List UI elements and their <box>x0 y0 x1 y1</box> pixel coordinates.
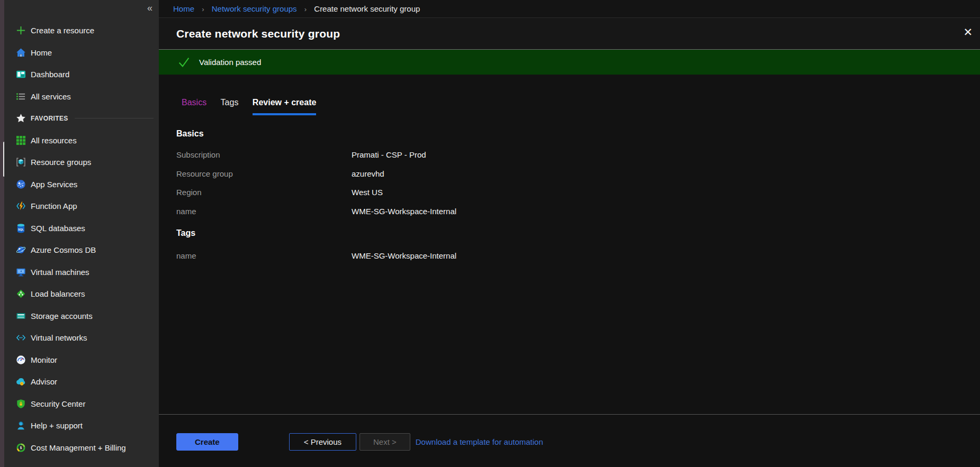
home-icon <box>15 47 26 58</box>
previous-button[interactable]: < Previous <box>289 433 356 451</box>
row-value: azurevhd <box>352 169 384 178</box>
validation-banner: Validation passed <box>159 49 980 75</box>
sidebar-item-dashboard[interactable]: Dashboard <box>4 63 159 86</box>
sidebar-item-label: Resource groups <box>31 158 91 167</box>
sidebar-item-label: Load balancers <box>31 289 85 298</box>
tab-bar: Basics Tags Review + create <box>159 98 980 115</box>
row-label: Subscription <box>176 150 352 159</box>
row-label: Region <box>176 188 352 197</box>
svg-text:SQL: SQL <box>18 228 24 231</box>
row-label: name <box>176 207 352 216</box>
cosmos-db-icon <box>15 245 26 255</box>
svg-text:$: $ <box>20 446 22 450</box>
close-icon[interactable]: ✕ <box>963 26 973 38</box>
storage-accounts-icon <box>15 310 26 321</box>
sidebar-item-label: Monitor <box>31 355 57 364</box>
chevron-right-icon: › <box>202 5 204 13</box>
dashboard-icon <box>15 69 26 80</box>
sidebar-item-virtual-machines[interactable]: Virtual machines <box>4 261 159 283</box>
virtual-machines-icon <box>15 267 26 277</box>
sidebar-item-label: Security Center <box>31 399 85 408</box>
sidebar-item-label: App Services <box>31 180 77 189</box>
breadcrumb-current: Create network security group <box>314 4 420 13</box>
sidebar-item-label: SQL databases <box>31 224 85 233</box>
sidebar-item-label: Storage accounts <box>31 312 93 321</box>
help-support-icon <box>15 420 26 431</box>
sidebar-item-label: All services <box>31 92 71 101</box>
tab-basics[interactable]: Basics <box>182 98 206 113</box>
row-label: Resource group <box>176 169 352 178</box>
sidebar-item-label: Cost Management + Billing <box>31 443 126 452</box>
collapse-chevron-icon: « <box>147 3 152 13</box>
chevron-right-icon: › <box>304 5 307 13</box>
sidebar-item-label: All resources <box>31 136 77 145</box>
resource-groups-icon <box>15 157 26 168</box>
validation-message: Validation passed <box>199 58 261 67</box>
row-value: West US <box>352 188 383 197</box>
sidebar-item-load-balancers[interactable]: Load balancers <box>4 283 159 305</box>
sidebar-item-help-support[interactable]: Help + support <box>4 415 159 437</box>
row-value: WME-SG-Workspace-Internal <box>352 251 456 260</box>
page-title: Create network security group <box>176 28 340 40</box>
all-services-icon <box>15 91 26 102</box>
sidebar-item-security-center[interactable]: Security Center <box>4 393 159 415</box>
sidebar-item-home[interactable]: Home <box>4 42 159 64</box>
sidebar-item-label: Dashboard <box>31 70 69 79</box>
security-center-icon <box>15 398 26 409</box>
favorites-divider <box>75 118 154 118</box>
review-row-resource-group: Resource group azurevhd <box>176 164 980 184</box>
sidebar-item-label: Create a resource <box>31 26 94 35</box>
cost-management-icon: $ <box>15 442 26 453</box>
sidebar-item-all-resources[interactable]: All resources <box>4 130 159 152</box>
create-button[interactable]: Create <box>176 433 238 451</box>
sidebar-item-sql-databases[interactable]: SQL SQL databases <box>4 217 159 240</box>
sidebar-item-resource-groups[interactable]: Resource groups <box>4 151 159 173</box>
sidebar-item-all-services[interactable]: All services <box>4 86 159 108</box>
review-row-tag-name: name WME-SG-Workspace-Internal <box>176 246 980 265</box>
review-row-region: Region West US <box>176 183 980 202</box>
favorites-header: FAVORITES <box>4 107 159 130</box>
sidebar: « Create a resource Home Dashboard <box>4 0 159 467</box>
sidebar-collapse-button[interactable]: « <box>147 3 152 13</box>
sidebar-item-app-services[interactable]: App Services <box>4 173 159 196</box>
sidebar-item-label: Advisor <box>31 377 57 386</box>
tab-tags[interactable]: Tags <box>221 98 239 113</box>
sidebar-item-label: Function App <box>31 202 77 210</box>
tab-review-create[interactable]: Review + create <box>253 98 317 115</box>
basics-section-heading: Basics <box>176 129 980 139</box>
row-value: WME-SG-Workspace-Internal <box>352 207 456 216</box>
row-value: Pramati - CSP - Prod <box>352 150 426 159</box>
monitor-icon <box>15 354 26 365</box>
sidebar-item-label: Help + support <box>31 421 83 430</box>
review-summary: Basics Subscription Pramati - CSP - Prod… <box>159 129 980 265</box>
sidebar-item-label: Azure Cosmos DB <box>31 245 96 254</box>
sidebar-item-label: Home <box>31 48 52 57</box>
breadcrumb: Home › Network security groups › Create … <box>159 0 980 18</box>
review-row-subscription: Subscription Pramati - CSP - Prod <box>176 145 980 164</box>
app-services-icon <box>15 179 26 189</box>
sidebar-item-azure-cosmos-db[interactable]: Azure Cosmos DB <box>4 239 159 261</box>
next-button[interactable]: Next > <box>359 433 410 451</box>
footer-action-bar: Create < Previous Next > Download a temp… <box>159 414 980 467</box>
sidebar-item-label: Virtual networks <box>31 333 87 342</box>
row-label: name <box>176 251 352 260</box>
sidebar-item-function-app[interactable]: Function App <box>4 195 159 217</box>
title-bar: Create network security group ✕ <box>159 18 980 49</box>
star-icon <box>15 113 26 124</box>
download-template-link[interactable]: Download a template for automation <box>416 433 543 451</box>
advisor-icon <box>15 377 26 387</box>
sidebar-item-create-a-resource[interactable]: Create a resource <box>4 20 159 42</box>
breadcrumb-home-link[interactable]: Home <box>173 4 194 13</box>
favorites-label: FAVORITES <box>31 115 68 122</box>
azure-portal-window: « Create a resource Home Dashboard <box>0 0 980 467</box>
review-row-name: name WME-SG-Workspace-Internal <box>176 202 980 221</box>
sidebar-item-storage-accounts[interactable]: Storage accounts <box>4 305 159 327</box>
sidebar-item-cost-management-billing[interactable]: $ Cost Management + Billing <box>4 437 159 459</box>
sidebar-nav: Create a resource Home Dashboard All ser… <box>4 0 159 459</box>
sidebar-item-monitor[interactable]: Monitor <box>4 349 159 371</box>
virtual-networks-icon <box>15 333 26 343</box>
sidebar-item-virtual-networks[interactable]: Virtual networks <box>4 327 159 349</box>
breadcrumb-nsg-link[interactable]: Network security groups <box>212 4 297 13</box>
sql-databases-icon: SQL <box>15 223 26 233</box>
sidebar-item-advisor[interactable]: Advisor <box>4 371 159 393</box>
